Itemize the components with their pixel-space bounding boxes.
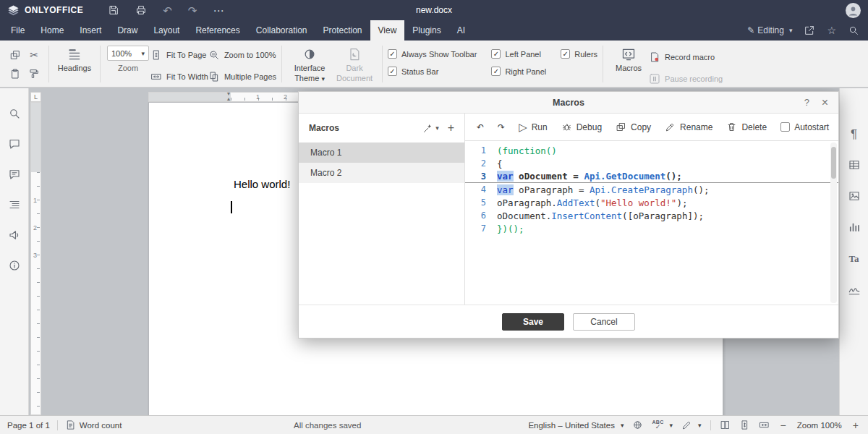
cut-button[interactable]: ✂ <box>25 46 43 64</box>
zoom-select[interactable]: 100% ▾ <box>107 46 149 61</box>
fit-to-page-button[interactable] <box>739 420 750 430</box>
user-avatar[interactable] <box>846 3 861 18</box>
dialog-help-button[interactable]: ? <box>804 92 809 114</box>
editing-mode-button[interactable]: ✎ Editing ▾ <box>747 25 792 35</box>
record-macro-button[interactable]: Record macro <box>649 48 723 66</box>
left-margin-zone <box>149 93 231 101</box>
format-painter-button[interactable] <box>25 64 43 83</box>
chat-panel-button[interactable] <box>7 166 22 182</box>
navigation-panel-button[interactable] <box>7 197 22 213</box>
menu-tab-layout[interactable]: Layout <box>145 20 187 41</box>
spellcheck-button[interactable]: ABC✓ ▾ <box>652 420 673 430</box>
dark-document-button[interactable]: Dark Document <box>332 46 377 84</box>
rename-macro-button[interactable]: Rename <box>665 122 712 132</box>
zoom-in-button[interactable]: + <box>851 420 861 431</box>
interface-theme-button[interactable]: Interface Theme▾ <box>287 46 332 84</box>
multiple-pages-button[interactable]: Multiple Pages <box>208 68 276 85</box>
chart-settings-button[interactable] <box>846 219 862 235</box>
autostart-checkbox[interactable]: Autostart <box>780 122 829 132</box>
macros-button[interactable]: Macros <box>608 46 649 74</box>
pause-recording-button[interactable]: Pause recording <box>649 70 723 88</box>
code-line[interactable]: 6oDocument.InsertContent([oParagraph]); <box>465 209 838 222</box>
text-art-settings-button[interactable]: Ta <box>846 250 862 266</box>
open-file-location-button[interactable] <box>804 25 815 36</box>
save-macro-button[interactable]: Save <box>502 313 564 331</box>
menu-tab-collaboration[interactable]: Collaboration <box>248 20 315 41</box>
table-settings-button[interactable] <box>846 157 862 173</box>
more-actions-button[interactable]: ⋯ <box>213 5 224 16</box>
copy-icon <box>616 122 626 132</box>
favorite-star-button[interactable]: ☆ <box>827 25 836 35</box>
undo-button[interactable]: ↶ <box>163 5 172 16</box>
checkbox-always-show-toolbar[interactable]: ✓Always Show Toolbar <box>388 49 477 59</box>
checkbox-right-panel[interactable]: ✓Right Panel <box>491 67 546 76</box>
menu-tab-home[interactable]: Home <box>33 20 72 41</box>
code-line[interactable]: 5oParagraph.AddText("Hello world!"); <box>465 196 838 209</box>
menu-tab-plugins[interactable]: Plugins <box>404 20 448 41</box>
code-editor[interactable]: 1(function()2{3var oDocument = Api.GetDo… <box>465 141 838 305</box>
feedback-button[interactable] <box>7 227 22 243</box>
menu-tab-protection[interactable]: Protection <box>315 20 370 41</box>
set-document-language-button[interactable] <box>632 420 643 430</box>
editor-redo-button[interactable]: ↷ <box>498 123 505 132</box>
menu-tab-ai[interactable]: AI <box>449 20 473 41</box>
code-line[interactable]: 1(function() <box>465 144 838 157</box>
thumbnails-button[interactable] <box>720 420 731 430</box>
editor-undo-button[interactable]: ↶ <box>477 123 484 132</box>
document-text[interactable]: Hello world! <box>234 178 290 190</box>
fit-to-page-button[interactable]: Fit To Page <box>150 46 208 64</box>
word-count-button[interactable]: Word count <box>65 420 122 430</box>
tab-stop-selector[interactable]: L <box>30 92 41 102</box>
print-button[interactable] <box>135 4 147 16</box>
fit-to-width-button[interactable]: Fit To Width <box>150 68 208 85</box>
paste-button[interactable] <box>6 64 25 83</box>
menu-tab-file[interactable]: File <box>3 20 33 41</box>
code-line[interactable]: 2{ <box>465 157 838 170</box>
checkbox-rulers[interactable]: ✓Rulers <box>561 49 597 59</box>
paragraph-settings-button[interactable]: ¶ <box>846 126 862 142</box>
dialog-close-button[interactable]: × <box>822 92 828 114</box>
page-indicator[interactable]: Page 1 of 1 <box>7 421 50 430</box>
track-changes-button[interactable]: ▾ <box>681 420 702 430</box>
add-macro-button[interactable]: + <box>448 122 454 134</box>
copy-macro-button[interactable]: Copy <box>616 122 651 132</box>
zoom-to-100-button[interactable]: Zoom to 100% <box>208 46 276 64</box>
signature-settings-button[interactable] <box>846 281 862 297</box>
search-button[interactable] <box>848 25 859 36</box>
fit-to-width-button[interactable] <box>759 420 770 430</box>
image-settings-button[interactable] <box>846 188 862 204</box>
comments-panel-button[interactable] <box>7 136 22 152</box>
save-button[interactable] <box>108 4 119 16</box>
macro-options-button[interactable]: ▾ <box>422 123 439 134</box>
ruler-ticks <box>37 172 40 414</box>
checkbox-status-bar[interactable]: ✓Status Bar <box>388 67 477 76</box>
cancel-button[interactable]: Cancel <box>573 313 635 331</box>
menu-tab-view[interactable]: View <box>370 20 405 41</box>
zoom-out-button[interactable]: − <box>778 420 788 431</box>
about-button[interactable] <box>7 258 22 273</box>
copy-button[interactable] <box>6 46 25 64</box>
macro-item[interactable]: Macro 1 <box>299 142 464 163</box>
run-button[interactable]: ▷ Run <box>519 122 548 132</box>
headings-button[interactable]: Headings <box>54 46 95 74</box>
menu-tab-draw[interactable]: Draw <box>109 20 145 41</box>
hanging-indent-marker[interactable]: ▴ <box>227 96 230 102</box>
redo-button[interactable]: ↷ <box>188 5 197 16</box>
vertical-ruler[interactable]: 123 <box>30 102 41 415</box>
search-panel-button[interactable] <box>7 106 22 122</box>
dialog-header[interactable]: Macros ? × <box>299 92 838 114</box>
checkbox-left-panel[interactable]: ✓Left Panel <box>491 49 546 59</box>
macro-item[interactable]: Macro 2 <box>299 163 464 183</box>
language-selector[interactable]: English – United States ▾ <box>528 421 624 430</box>
menu-tab-insert[interactable]: Insert <box>72 20 109 41</box>
menu-tabs: FileHomeInsertDrawLayoutReferencesCollab… <box>3 20 473 41</box>
code-line[interactable]: 3var oDocument = Api.GetDocument(); <box>465 170 838 183</box>
debug-button[interactable]: Debug <box>561 122 602 132</box>
scrollbar-thumb[interactable] <box>831 147 836 179</box>
code-line[interactable]: 7})(); <box>465 222 838 235</box>
zoom-value-button[interactable]: Zoom 100% <box>797 421 842 430</box>
delete-macro-button[interactable]: Delete <box>726 122 767 132</box>
code-scrollbar[interactable] <box>830 142 837 303</box>
code-line[interactable]: 4var oParagraph = Api.CreateParagraph(); <box>465 183 838 196</box>
menu-tab-references[interactable]: References <box>187 20 247 41</box>
